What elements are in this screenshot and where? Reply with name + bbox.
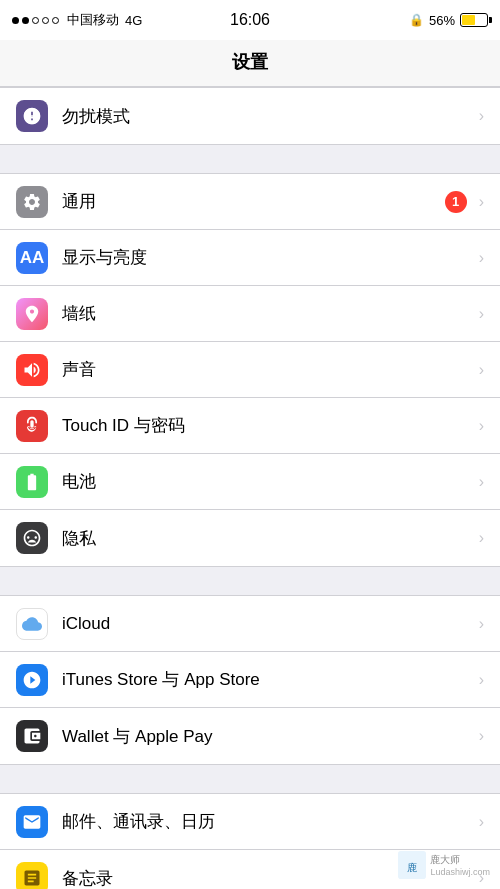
settings-item-general[interactable]: 通用 1 › [0, 174, 500, 230]
watermark-url: Ludashiwj.com [430, 867, 490, 877]
settings-item-wallet[interactable]: Wallet 与 Apple Pay › [0, 708, 500, 764]
wallpaper-icon [16, 298, 48, 330]
settings-group-1: 勿扰模式 › [0, 87, 500, 145]
settings-item-touchid[interactable]: Touch ID 与密码 › [0, 398, 500, 454]
icloud-label: iCloud [62, 614, 475, 634]
svg-text:鹿: 鹿 [407, 862, 417, 873]
privacy-icon [16, 522, 48, 554]
battery-percent: 56% [429, 13, 455, 28]
general-label: 通用 [62, 190, 445, 213]
watermark-logo-icon: 鹿 [398, 851, 426, 879]
itunes-label: iTunes Store 与 App Store [62, 668, 475, 691]
chevron-icon: › [479, 529, 484, 547]
notes-icon [16, 862, 48, 889]
wallet-icon [16, 720, 48, 752]
chevron-icon: › [479, 813, 484, 831]
network-type: 4G [125, 13, 142, 28]
settings-item-icloud[interactable]: iCloud › [0, 596, 500, 652]
privacy-label: 隐私 [62, 527, 475, 550]
lock-icon: 🔒 [409, 13, 424, 27]
chevron-icon: › [479, 671, 484, 689]
chevron-icon: › [479, 249, 484, 267]
status-right: 🔒 56% [409, 13, 488, 28]
chevron-icon: › [479, 305, 484, 323]
watermark-brand: 鹿大师 [430, 853, 490, 867]
chevron-icon: › [479, 473, 484, 491]
settings-item-mail[interactable]: 邮件、通讯录、日历 › [0, 794, 500, 850]
signal-icon [12, 17, 59, 24]
settings-item-sounds[interactable]: 声音 › [0, 342, 500, 398]
general-icon [16, 186, 48, 218]
section-spacer-3 [0, 765, 500, 793]
settings-item-battery[interactable]: 电池 › [0, 454, 500, 510]
page-title-bar: 设置 [0, 40, 500, 87]
settings-item-display[interactable]: AA 显示与亮度 › [0, 230, 500, 286]
carrier-text: 中国移动 [67, 11, 119, 29]
wallpaper-label: 墙纸 [62, 302, 475, 325]
settings-group-3: iCloud › iTunes Store 与 App Store › Wall… [0, 595, 500, 765]
do-not-disturb-icon [16, 100, 48, 132]
chevron-icon: › [479, 193, 484, 211]
do-not-disturb-label: 勿扰模式 [62, 105, 475, 128]
section-spacer-1 [0, 145, 500, 173]
chevron-icon: › [479, 361, 484, 379]
itunes-icon [16, 664, 48, 696]
touchid-icon [16, 410, 48, 442]
mail-label: 邮件、通讯录、日历 [62, 810, 475, 833]
touchid-label: Touch ID 与密码 [62, 414, 475, 437]
display-icon: AA [16, 242, 48, 274]
icloud-icon [16, 608, 48, 640]
sounds-icon [16, 354, 48, 386]
settings-item-itunes[interactable]: iTunes Store 与 App Store › [0, 652, 500, 708]
page-title: 设置 [232, 52, 268, 72]
settings-item-wallpaper[interactable]: 墙纸 › [0, 286, 500, 342]
general-badge: 1 [445, 191, 467, 213]
battery-label: 电池 [62, 470, 475, 493]
chevron-icon: › [479, 727, 484, 745]
battery-icon [460, 13, 488, 27]
chevron-icon: › [479, 417, 484, 435]
chevron-icon: › [479, 107, 484, 125]
status-bar: 中国移动 4G 16:06 🔒 56% [0, 0, 500, 40]
settings-item-privacy[interactable]: 隐私 › [0, 510, 500, 566]
chevron-icon: › [479, 615, 484, 633]
settings-group-2: 通用 1 › AA 显示与亮度 › 墙纸 › 声音 › [0, 173, 500, 567]
display-label: 显示与亮度 [62, 246, 475, 269]
section-spacer-2 [0, 567, 500, 595]
watermark: 鹿 鹿大师 Ludashiwj.com [398, 851, 490, 879]
wallet-label: Wallet 与 Apple Pay [62, 725, 475, 748]
sounds-label: 声音 [62, 358, 475, 381]
settings-item-do-not-disturb[interactable]: 勿扰模式 › [0, 88, 500, 144]
status-left: 中国移动 4G [12, 11, 142, 29]
mail-icon [16, 806, 48, 838]
battery-setting-icon [16, 466, 48, 498]
status-time: 16:06 [230, 11, 270, 29]
